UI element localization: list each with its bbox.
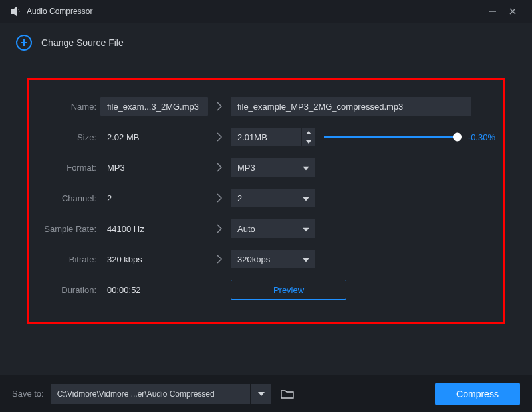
save-path-dropdown[interactable] [251, 384, 271, 404]
source-bitrate: 320 kbps [100, 255, 208, 264]
main-panel: Name: file_exam...3_2MG.mp3 file_example… [0, 62, 532, 331]
preview-button[interactable]: Preview [231, 280, 346, 300]
output-name-input[interactable]: file_example_MP3_2MG_compressed.mp3 [231, 97, 471, 116]
row-duration: Duration: 00:00:52 Preview [37, 274, 495, 305]
arrow-icon [208, 254, 231, 264]
sample-rate-select[interactable]: Auto [231, 219, 315, 238]
chevron-down-icon [303, 255, 309, 264]
titlebar: Audio Compressor [0, 0, 532, 23]
source-name: file_exam...3_2MG.mp3 [100, 97, 208, 116]
output-size-stepper[interactable]: 2.01MB [231, 128, 315, 146]
open-folder-button[interactable] [278, 385, 297, 403]
format-label: Format: [37, 163, 100, 173]
arrow-icon [208, 223, 231, 234]
size-delta: -0.30% [468, 132, 495, 142]
arrow-icon [208, 101, 231, 112]
size-label: Size: [37, 132, 100, 142]
duration-label: Duration: [37, 285, 100, 295]
arrow-icon [208, 193, 231, 203]
row-channel: Channel: 2 2 [37, 183, 495, 213]
bottom-bar: Save to: C:\Vidmore\Vidmore ...er\Audio … [0, 375, 532, 412]
format-select[interactable]: MP3 [231, 158, 315, 177]
chevron-down-icon [303, 163, 309, 173]
save-to-label: Save to: [12, 389, 44, 399]
size-slider-thumb[interactable] [453, 133, 462, 142]
source-duration: 00:00:52 [100, 285, 208, 295]
size-step-up[interactable] [302, 128, 315, 137]
app-title: Audio Compressor [27, 7, 92, 16]
channel-select[interactable]: 2 [231, 189, 315, 207]
sample-rate-label: Sample Rate: [37, 224, 100, 234]
source-channel: 2 [100, 193, 208, 203]
chevron-down-icon [303, 224, 309, 234]
row-format: Format: MP3 MP3 [37, 152, 495, 183]
close-button[interactable] [503, 1, 523, 21]
size-step-down[interactable] [302, 137, 315, 146]
bitrate-label: Bitrate: [37, 255, 100, 264]
change-source-bar[interactable]: Change Source File [0, 23, 532, 62]
channel-select-value: 2 [237, 193, 242, 203]
plus-circle-icon [16, 35, 32, 51]
arrow-icon [208, 132, 231, 142]
bitrate-select[interactable]: 320kbps [231, 250, 315, 268]
app-icon [9, 5, 21, 17]
bitrate-select-value: 320kbps [237, 255, 270, 264]
sample-rate-select-value: Auto [237, 224, 255, 234]
output-size-value: 2.01MB [237, 132, 267, 142]
compress-button[interactable]: Compress [435, 383, 520, 405]
source-format: MP3 [100, 163, 208, 173]
row-size: Size: 2.02 MB 2.01MB -0.30% [37, 122, 495, 152]
minimize-button[interactable] [483, 1, 503, 21]
size-slider-wrap: -0.30% [315, 132, 495, 142]
size-slider[interactable] [324, 136, 460, 138]
format-select-value: MP3 [237, 163, 255, 173]
chevron-down-icon [303, 193, 309, 203]
arrow-icon [208, 162, 231, 173]
source-sample-rate: 44100 Hz [100, 224, 208, 234]
row-name: Name: file_exam...3_2MG.mp3 file_example… [37, 91, 495, 122]
save-path-input[interactable]: C:\Vidmore\Vidmore ...er\Audio Compresse… [51, 384, 250, 404]
source-size: 2.02 MB [100, 132, 208, 142]
settings-frame: Name: file_exam...3_2MG.mp3 file_example… [27, 78, 505, 324]
change-source-label: Change Source File [41, 37, 124, 48]
row-sample-rate: Sample Rate: 44100 Hz Auto [37, 213, 495, 244]
row-bitrate: Bitrate: 320 kbps 320kbps [37, 244, 495, 274]
channel-label: Channel: [37, 193, 100, 203]
name-label: Name: [37, 102, 100, 112]
